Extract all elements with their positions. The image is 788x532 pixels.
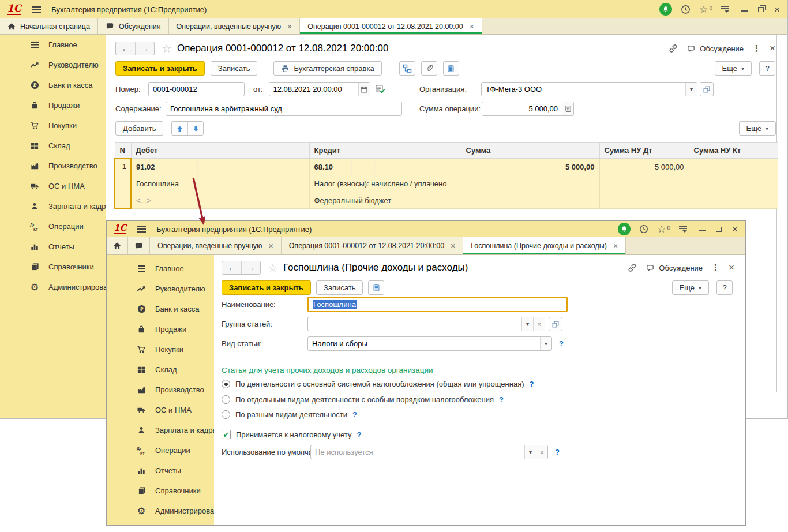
help-button[interactable]: ? — [716, 280, 733, 295]
sidebar-item-administration[interactable]: ⚙Администрирование — [107, 501, 214, 521]
set-time-icon[interactable] — [375, 84, 385, 94]
dropdown-icon[interactable]: ▾ — [521, 317, 533, 331]
favorites-icon[interactable]: ☆ 0 — [657, 224, 670, 234]
tab-home[interactable]: Начальная страница — [0, 18, 98, 34]
save-button[interactable]: Записать — [316, 280, 363, 295]
checkbox-help-link[interactable]: ? — [357, 430, 361, 439]
kind-combo[interactable]: Налоги и сборы ▾ — [307, 336, 552, 351]
table-more-button[interactable]: Еще▾ — [739, 121, 776, 136]
sidebar-item-manager[interactable]: Руководителю — [107, 279, 214, 299]
move-up-button[interactable] — [172, 122, 187, 135]
history-icon[interactable] — [639, 224, 648, 234]
radio-help-link[interactable]: ? — [352, 410, 357, 419]
more-button[interactable]: Еще▾ — [715, 61, 752, 76]
hamburger-menu-icon[interactable] — [137, 226, 146, 233]
back-button[interactable]: ← — [222, 261, 241, 274]
accounting-reference-button[interactable]: Бухгалтерская справка — [273, 61, 381, 76]
tab-close-icon[interactable]: × — [613, 241, 618, 250]
radio-main-taxation[interactable] — [222, 380, 230, 388]
attachments-button[interactable] — [421, 61, 437, 76]
clear-icon[interactable]: × — [533, 317, 545, 331]
register-records-button[interactable] — [368, 280, 384, 295]
sidebar-item-salary-hr[interactable]: Зарплата и кадры — [107, 420, 214, 440]
radio-special-taxation[interactable] — [222, 395, 230, 404]
discussion-link[interactable]: Обсуждение — [686, 44, 744, 53]
favorite-star-icon[interactable]: ☆ — [268, 261, 278, 275]
tab-discussions[interactable]: Обсуждения — [98, 18, 169, 34]
sidebar-item-warehouse[interactable]: Склад — [0, 136, 106, 156]
save-button[interactable]: Записать — [211, 61, 258, 76]
sidebar-item-operations[interactable]: ДтКтОперации — [107, 440, 214, 460]
amount-input[interactable]: 5 000,00 — [482, 102, 574, 116]
close-form-icon[interactable]: × — [729, 262, 734, 274]
move-down-button[interactable] — [187, 122, 203, 135]
sidebar-item-production[interactable]: Производство — [107, 380, 214, 400]
name-input[interactable]: Госпошлина — [307, 297, 568, 312]
default-use-combo[interactable]: Не используется ▾ × — [310, 445, 548, 459]
tab-operation-active[interactable]: Операция 0001-000012 от 12.08.2021 20:00… — [300, 18, 482, 34]
tab-manual-operations[interactable]: Операции, введенные вручную × — [169, 18, 301, 34]
tab-gosposhlina-active[interactable]: Госпошлина (Прочие доходы и расходы) × — [463, 237, 626, 254]
datetime-input[interactable]: 12.08.2021 20:00:00 — [269, 82, 370, 96]
add-row-button[interactable]: Добавить — [115, 121, 163, 136]
notifications-bell-icon[interactable] — [618, 223, 631, 235]
sidebar-item-bank[interactable]: ₽Банк и касса — [107, 299, 214, 319]
more-menu-icon[interactable]: ⋮ — [752, 43, 761, 54]
sidebar-item-administration[interactable]: ⚙Администрирование — [0, 277, 106, 297]
default-use-help-link[interactable]: ? — [555, 448, 560, 456]
credit-analytics2-cell[interactable]: Федеральный бюджет — [309, 192, 461, 209]
register-records-button[interactable] — [443, 61, 459, 76]
kind-help-link[interactable]: ? — [559, 339, 564, 348]
more-menu-icon[interactable]: ⋮ — [711, 263, 720, 273]
calendar-icon[interactable] — [358, 83, 370, 96]
debit-account-cell[interactable]: 91.02 — [131, 159, 309, 175]
credit-account-cell[interactable]: 68.10 — [309, 159, 461, 175]
dropdown-icon[interactable]: ▾ — [685, 83, 697, 96]
sidebar-item-production[interactable]: Производство — [0, 156, 106, 176]
link-icon[interactable] — [628, 263, 637, 272]
sidebar-item-bank[interactable]: ₽Банк и касса — [0, 75, 106, 95]
clear-icon[interactable]: × — [536, 445, 547, 459]
notifications-bell-icon[interactable] — [659, 3, 672, 16]
back-button[interactable]: ← — [116, 42, 135, 55]
sidebar-item-operations[interactable]: ДтКтОперации — [0, 216, 106, 237]
history-icon[interactable] — [681, 5, 691, 14]
discussion-link[interactable]: Обсуждение — [646, 264, 703, 272]
maximize-button[interactable] — [716, 227, 722, 232]
group-combo[interactable]: ▾ × — [307, 317, 545, 331]
hamburger-menu-icon[interactable] — [32, 6, 41, 13]
minimize-button[interactable] — [741, 10, 748, 12]
radio-different-activities[interactable] — [222, 410, 230, 419]
debit-analytics2-cell[interactable]: <...> — [131, 192, 309, 209]
sidebar-item-os-nma[interactable]: ОС и НМА — [107, 400, 214, 420]
favorites-icon[interactable]: ☆ 0 — [699, 5, 712, 14]
save-and-close-button[interactable]: Записать и закрыть — [222, 280, 311, 295]
calculator-icon[interactable] — [562, 102, 573, 115]
row-number-cell[interactable]: 1 — [115, 159, 131, 209]
service-menu-icon[interactable] — [721, 6, 729, 13]
sidebar-item-purchases[interactable]: Покупки — [107, 339, 214, 359]
close-form-icon[interactable]: × — [770, 43, 775, 54]
radio-help-link[interactable]: ? — [530, 380, 534, 388]
open-group-button[interactable] — [549, 317, 562, 331]
open-organization-button[interactable] — [700, 82, 714, 96]
service-menu-icon[interactable] — [679, 226, 687, 233]
tab-close-icon[interactable]: × — [470, 22, 474, 31]
link-icon[interactable] — [669, 44, 678, 53]
sidebar-item-reports[interactable]: Отчеты — [0, 237, 106, 257]
forward-button[interactable]: → — [241, 261, 260, 274]
tab-home[interactable] — [107, 237, 128, 254]
debit-analytics1-cell[interactable]: Госпошлина — [131, 175, 309, 192]
minimize-button[interactable] — [699, 230, 706, 231]
sidebar-item-main[interactable]: Главное — [0, 35, 106, 55]
sidebar-item-warehouse[interactable]: Склад — [107, 359, 214, 380]
tab-manual-operations[interactable]: Операции, введенные вручную × — [150, 237, 282, 254]
sidebar-item-main[interactable]: Главное — [107, 258, 214, 279]
restore-button[interactable] — [758, 7, 764, 12]
content-input[interactable]: Госпошлина в арбитражный суд — [166, 102, 402, 116]
tab-operation[interactable]: Операция 0001-000012 от 12.08.2021 20:00… — [282, 237, 464, 254]
sidebar-item-directories[interactable]: Справочники — [107, 481, 214, 501]
more-button[interactable]: Еще▾ — [672, 280, 709, 295]
tab-close-icon[interactable]: × — [268, 241, 273, 250]
dropdown-icon[interactable]: ▾ — [540, 337, 551, 350]
